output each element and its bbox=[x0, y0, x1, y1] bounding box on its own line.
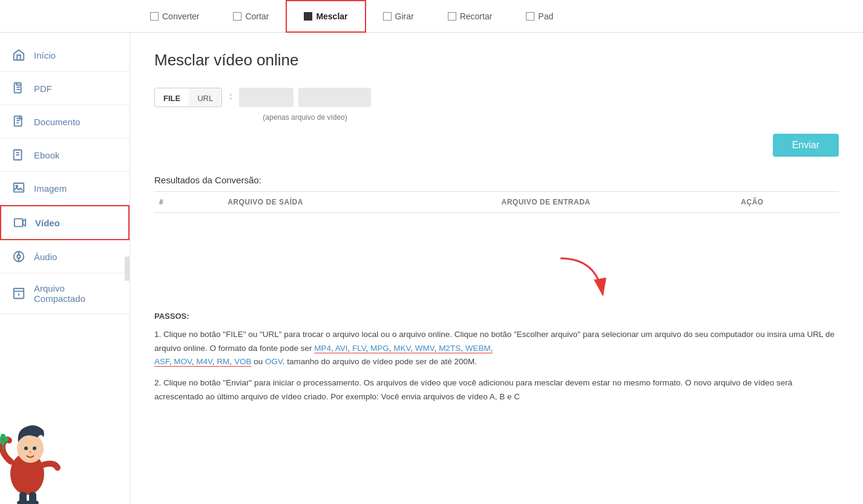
format-m4v-link[interactable]: M4V bbox=[196, 357, 212, 366]
format-ogv-link[interactable]: OGV bbox=[265, 357, 283, 366]
mascot bbox=[0, 407, 67, 504]
sidebar-item-video[interactable]: Vídeo bbox=[0, 205, 130, 240]
choose-file-button-2[interactable] bbox=[298, 88, 371, 107]
red-arrow-icon bbox=[548, 255, 621, 304]
format-vob-link[interactable]: VOB bbox=[234, 357, 252, 366]
format-wmv-link[interactable]: WMV bbox=[415, 344, 435, 353]
svg-point-29 bbox=[27, 500, 39, 504]
tab-recortar-icon bbox=[448, 12, 456, 21]
format-webm-link[interactable]: WEBM bbox=[465, 344, 491, 353]
video-icon bbox=[13, 216, 27, 229]
documento-icon bbox=[12, 115, 25, 128]
tab-converter-icon bbox=[150, 12, 159, 21]
main-layout: Início PDF Documento bbox=[0, 33, 863, 504]
svg-point-11 bbox=[17, 255, 21, 258]
table-header-hash: # bbox=[154, 192, 223, 213]
tab-cortar[interactable]: Cortar bbox=[216, 0, 286, 33]
sidebar-item-audio[interactable]: Áudio bbox=[0, 240, 130, 273]
file-section: FILE URL : (apenas arquivo de vídeo) bbox=[154, 88, 839, 122]
colon-separator: : bbox=[229, 88, 232, 101]
arrow-area bbox=[154, 255, 839, 304]
ebook-icon bbox=[12, 148, 25, 162]
tab-mesclar[interactable]: Mesclar bbox=[286, 0, 366, 33]
svg-point-24 bbox=[1, 434, 5, 439]
file-url-toggle: FILE URL bbox=[154, 88, 222, 107]
url-toggle-button[interactable]: URL bbox=[189, 88, 221, 107]
format-mpg-link[interactable]: MPG bbox=[370, 344, 389, 353]
format-mp4-link[interactable]: MP4 bbox=[314, 344, 331, 353]
tab-cortar-icon bbox=[233, 12, 241, 21]
format-mkv-link[interactable]: MKV bbox=[393, 344, 410, 353]
svg-point-20 bbox=[29, 451, 31, 453]
svg-rect-14 bbox=[14, 289, 24, 292]
sidebar-item-arquivo-compactado[interactable]: Arquivo Compactado bbox=[0, 273, 130, 314]
step2-text: 2. Clique no botão "Enviar" para iniciar… bbox=[154, 376, 839, 404]
format-m2ts-link[interactable]: M2TS bbox=[439, 344, 461, 353]
tab-converter[interactable]: Converter bbox=[133, 0, 216, 33]
results-label: Resultados da Conversão: bbox=[154, 175, 839, 185]
sidebar-item-imagem[interactable]: Imagem bbox=[0, 172, 130, 205]
content-area: Mesclar vídeo online FILE URL : (apenas … bbox=[130, 33, 863, 504]
table-header-output: ARQUIVO DE SAÍDA bbox=[223, 192, 496, 213]
imagem-icon bbox=[12, 182, 25, 195]
sidebar-toggle[interactable]: ‹ bbox=[125, 257, 130, 281]
file-inputs-container: (apenas arquivo de vídeo) bbox=[239, 88, 371, 122]
steps-label: PASSOS: bbox=[154, 310, 839, 323]
audio-icon bbox=[12, 250, 25, 263]
tab-pad[interactable]: Pad bbox=[509, 0, 570, 33]
sidebar: Início PDF Documento bbox=[0, 33, 130, 504]
choose-file-button[interactable] bbox=[239, 88, 294, 107]
archive-icon bbox=[12, 287, 25, 300]
tab-pad-icon bbox=[526, 12, 534, 21]
format-flv-link[interactable]: FLV bbox=[352, 344, 366, 353]
home-icon bbox=[12, 48, 25, 62]
format-avi-link[interactable]: AVI bbox=[335, 344, 348, 353]
svg-point-8 bbox=[16, 185, 18, 187]
sidebar-item-documento[interactable]: Documento bbox=[0, 105, 130, 139]
tab-mesclar-icon bbox=[304, 12, 312, 21]
svg-rect-9 bbox=[15, 219, 23, 227]
format-asf-link[interactable]: ASF bbox=[154, 357, 169, 366]
sidebar-item-inicio[interactable]: Início bbox=[0, 39, 130, 72]
sidebar-item-ebook[interactable]: Ebook bbox=[0, 139, 130, 172]
page-title: Mesclar vídeo online bbox=[154, 51, 839, 70]
step1-text: 1. Clique no botão "FILE" ou "URL" para … bbox=[154, 328, 839, 370]
tab-bar: Converter Cortar Mesclar Girar Recortar … bbox=[0, 0, 863, 33]
file-toggle-button[interactable]: FILE bbox=[155, 88, 189, 107]
pdf-icon bbox=[12, 82, 25, 95]
tab-girar-icon bbox=[383, 12, 392, 21]
steps-section: PASSOS: 1. Clique no botão "FILE" ou "UR… bbox=[154, 310, 839, 405]
svg-point-19 bbox=[33, 447, 36, 450]
results-table: # ARQUIVO DE SAÍDA ARQUIVO DE ENTRADA AÇ… bbox=[154, 191, 839, 237]
tab-girar[interactable]: Girar bbox=[366, 0, 431, 33]
tab-recortar[interactable]: Recortar bbox=[431, 0, 510, 33]
file-inputs-row bbox=[239, 88, 371, 107]
file-hint: (apenas arquivo de vídeo) bbox=[263, 113, 347, 122]
svg-point-18 bbox=[24, 447, 28, 450]
enviar-row: Enviar bbox=[154, 134, 839, 157]
format-rm-link[interactable]: RM bbox=[217, 357, 229, 366]
format-mov-link[interactable]: MOV bbox=[174, 357, 192, 366]
table-row-empty bbox=[154, 213, 839, 237]
sidebar-item-pdf[interactable]: PDF bbox=[0, 72, 130, 105]
table-header-action: AÇÃO bbox=[736, 192, 839, 213]
table-header-input: ARQUIVO DE ENTRADA bbox=[497, 192, 737, 213]
results-section: Resultados da Conversão: # ARQUIVO DE SA… bbox=[154, 175, 839, 237]
enviar-button[interactable]: Enviar bbox=[773, 134, 839, 157]
